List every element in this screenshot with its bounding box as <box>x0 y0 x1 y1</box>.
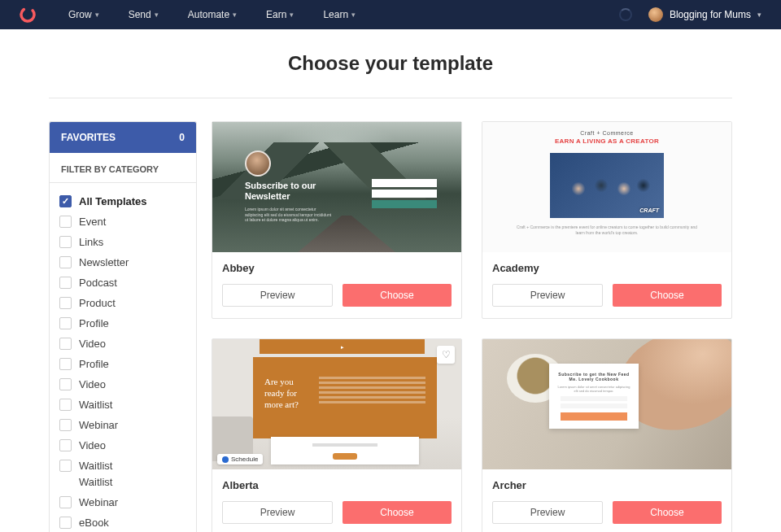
category-label: Waitlist <box>79 476 112 488</box>
preview-button[interactable]: Preview <box>492 501 603 524</box>
heart-icon: ♡ <box>442 349 451 360</box>
checkbox-icon[interactable] <box>59 358 72 370</box>
favorites-header[interactable]: FAVORITES 0 <box>50 122 196 153</box>
nav-send[interactable]: Send▾ <box>129 9 159 20</box>
template-thumbnail[interactable]: Subscribe to get the New Feed Me. Lovely… <box>482 339 731 469</box>
checkbox-icon[interactable] <box>59 496 72 508</box>
thumb-heading: Are you ready for more art? <box>264 377 309 427</box>
account-name: Blogging for Mums <box>670 9 751 20</box>
checkbox-icon[interactable] <box>59 460 72 472</box>
schedule-label: Schedule <box>231 456 258 463</box>
template-name: Archer <box>492 479 722 491</box>
chevron-down-icon: ▾ <box>351 11 356 19</box>
category-label: Profile <box>79 358 109 370</box>
checkbox-icon[interactable] <box>59 419 72 431</box>
category-webinar[interactable]: Webinar <box>59 415 186 435</box>
category-label: Product <box>79 297 116 309</box>
favorites-count: 0 <box>179 132 185 143</box>
checkbox-icon[interactable] <box>59 256 72 268</box>
category-label: Newsletter <box>79 256 129 268</box>
category-product[interactable]: Product <box>59 293 186 313</box>
category-event[interactable]: Event <box>59 211 186 232</box>
thumb-heading: Subscribe to our Newsletter <box>245 181 334 202</box>
choose-button[interactable]: Choose <box>613 284 722 307</box>
nav-label: Send <box>129 9 151 20</box>
template-card-alberta: ▸ Are you ready for more art? Schedule ♡… <box>212 338 462 532</box>
preview-button[interactable]: Preview <box>222 284 333 307</box>
schedule-badge[interactable]: Schedule <box>217 454 263 464</box>
template-thumbnail[interactable]: ▸ Are you ready for more art? Schedule ♡ <box>212 339 461 469</box>
checkbox-icon[interactable] <box>59 378 72 390</box>
chevron-down-icon: ▾ <box>155 11 159 19</box>
category-label: Waitlist <box>79 399 112 411</box>
checkbox-icon[interactable] <box>59 236 72 248</box>
category-label: Waitlist <box>79 460 112 472</box>
nav-items: Grow▾ Send▾ Automate▾ Earn▾ Learn▾ <box>68 9 356 20</box>
template-thumbnail[interactable]: Craft + Commerce EARN A LIVING AS A CREA… <box>482 122 731 252</box>
logo-icon[interactable] <box>20 7 36 23</box>
category-profile[interactable]: Profile <box>59 313 186 334</box>
category-waitlist[interactable]: Waitlist <box>59 395 186 415</box>
category-label: Video <box>79 338 106 350</box>
template-name: Alberta <box>222 479 452 491</box>
filter-header: FILTER BY CATEGORY <box>50 153 196 183</box>
nav-earn[interactable]: Earn▾ <box>266 9 294 20</box>
category-video[interactable]: Video <box>59 435 186 456</box>
divider <box>49 98 732 98</box>
category-ebook[interactable]: eBook <box>59 512 186 532</box>
checkbox-icon[interactable] <box>59 195 72 207</box>
preview-button[interactable]: Preview <box>222 501 333 524</box>
checkbox-icon[interactable] <box>59 216 72 228</box>
category-waitlist[interactable]: Waitlist <box>59 456 186 476</box>
category-links[interactable]: Links <box>59 232 186 252</box>
nav-grow[interactable]: Grow▾ <box>68 9 99 20</box>
category-profile[interactable]: Profile <box>59 354 186 374</box>
category-label: All Templates <box>79 195 147 207</box>
chevron-down-icon: ▾ <box>95 11 99 19</box>
choose-button[interactable]: Choose <box>343 284 452 307</box>
checkbox-icon[interactable] <box>59 297 72 309</box>
template-name: Academy <box>492 262 722 274</box>
checkbox-icon[interactable] <box>59 277 72 289</box>
category-label: Links <box>79 236 103 248</box>
loading-spinner-icon <box>619 8 632 21</box>
category-label: Podcast <box>79 277 117 289</box>
checkbox-icon[interactable] <box>59 317 72 329</box>
nav-learn[interactable]: Learn▾ <box>323 9 356 20</box>
checkbox-icon[interactable] <box>59 399 72 411</box>
checkbox-icon[interactable] <box>59 517 72 529</box>
category-label: Video <box>79 439 106 451</box>
template-card-academy: Craft + Commerce EARN A LIVING AS A CREA… <box>482 121 732 319</box>
template-thumbnail[interactable]: Subscribe to our NewsletterLorem ipsum d… <box>212 122 461 252</box>
schedule-icon <box>222 456 229 463</box>
template-card-archer: Subscribe to get the New Feed Me. Lovely… <box>482 338 732 532</box>
category-newsletter[interactable]: Newsletter <box>59 252 186 273</box>
category-podcast[interactable]: Podcast <box>59 273 186 293</box>
category-video[interactable]: Video <box>59 334 186 354</box>
thumb-heading: Subscribe to get the New Feed Me. Lovely… <box>556 372 632 382</box>
checkbox-icon[interactable] <box>59 338 72 350</box>
category-label: eBook <box>79 517 109 529</box>
nav-label: Learn <box>323 9 348 20</box>
preview-button[interactable]: Preview <box>492 284 603 307</box>
category-webinar[interactable]: Webinar <box>59 492 186 512</box>
checkbox-icon[interactable] <box>59 439 72 451</box>
play-icon: ▸ <box>341 344 344 351</box>
category-all-templates[interactable]: All Templates <box>59 191 186 211</box>
thumb-heading: EARN A LIVING AS A CREATOR <box>482 137 731 145</box>
template-grid: Subscribe to our NewsletterLorem ipsum d… <box>212 121 732 532</box>
choose-button[interactable]: Choose <box>343 501 452 524</box>
category-video[interactable]: Video <box>59 374 186 395</box>
nav-label: Grow <box>68 9 92 20</box>
category-waitlist[interactable]: Waitlist <box>59 476 186 492</box>
category-label: Webinar <box>79 496 118 508</box>
choose-button[interactable]: Choose <box>613 501 722 524</box>
category-list: All Templates Event Links Newsletter Pod… <box>50 183 196 532</box>
template-card-abbey: Subscribe to our NewsletterLorem ipsum d… <box>212 121 462 319</box>
account-menu[interactable]: Blogging for Mums ▾ <box>648 7 761 22</box>
nav-automate[interactable]: Automate▾ <box>188 9 237 20</box>
nav-label: Automate <box>188 9 229 20</box>
top-nav: Grow▾ Send▾ Automate▾ Earn▾ Learn▾ Blogg… <box>0 0 781 29</box>
avatar <box>648 7 663 22</box>
favorite-button[interactable]: ♡ <box>437 346 455 364</box>
